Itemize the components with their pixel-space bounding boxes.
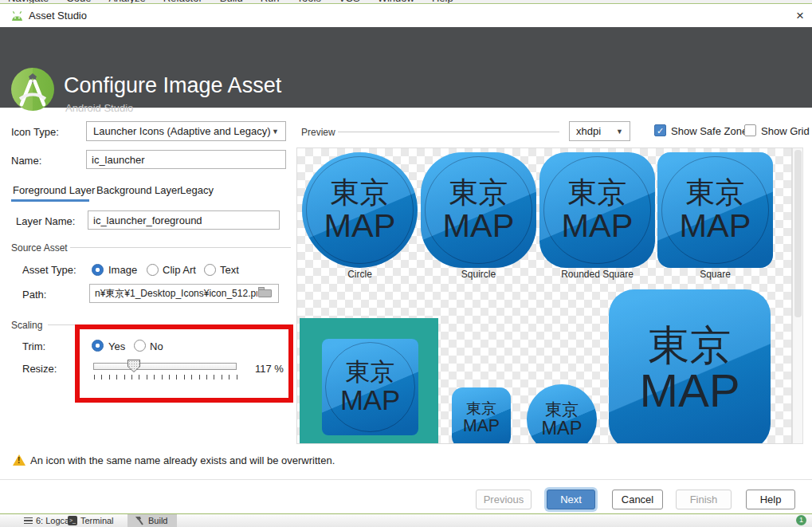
show-grid-checkbox[interactable] [744, 124, 756, 136]
wizard-title: Configure Image Asset [64, 73, 281, 98]
resize-slider-track[interactable] [93, 363, 237, 370]
asset-type-radio-clipart[interactable] [147, 264, 159, 276]
warning-message: An icon with the same name already exist… [30, 454, 335, 466]
warning-icon-exclamation: ! [18, 456, 20, 465]
trim-label: Trim: [22, 340, 45, 352]
show-grid-label: Show Grid [761, 125, 810, 137]
wizard-subtitle: Android Studio [65, 102, 133, 114]
icon-type-label: Icon Type: [11, 126, 59, 138]
trim-yes-label: Yes [108, 340, 125, 352]
help-button[interactable]: Help [746, 490, 795, 509]
density-value: xhdpi [576, 125, 601, 137]
close-icon[interactable]: × [790, 7, 810, 25]
preview-section-label: Preview [301, 127, 335, 138]
asset-type-label: Asset Type: [22, 264, 76, 276]
ide-statusbar: 6: Logcat >_ Terminal Build 1 [0, 514, 812, 527]
icon-type-dropdown[interactable]: Launcher Icons (Adaptive and Legacy) ▼ [86, 121, 286, 141]
path-label: Path: [22, 289, 46, 301]
dialog-titlebar: Asset Studio × [0, 4, 812, 27]
preview-divider [338, 132, 559, 132]
preview-icon-circle: 東京MAP [302, 152, 418, 268]
cancel-button[interactable]: Cancel [612, 490, 663, 509]
asset-type-clipart-label: Clip Art [163, 264, 196, 276]
preview-icon-squircle: 東京MAP [421, 152, 536, 268]
resize-slider-ticks [94, 375, 237, 380]
source-asset-section-label: Source Asset [11, 242, 68, 254]
wizard-header: Configure Image Asset Android Studio [0, 27, 812, 108]
chevron-down-icon: ▼ [616, 128, 623, 136]
preview-icon-rounded-square: 東京MAP [539, 152, 655, 268]
preview-canvas: 東京MAP 東京MAP 東京MAP 東京MAP Circle Squircle … [296, 147, 792, 444]
shape-label-circle: Circle [302, 269, 418, 280]
asset-type-radio-image[interactable] [92, 264, 104, 276]
previous-button[interactable]: Previous [476, 490, 532, 509]
toolwindow-build[interactable]: Build [148, 515, 167, 526]
scaling-divider [48, 324, 291, 325]
show-safe-zone-label: Show Safe Zone [671, 125, 747, 137]
path-input[interactable] [89, 284, 279, 303]
terminal-icon: >_ [68, 516, 77, 525]
name-input[interactable] [86, 150, 286, 169]
preview-icon-small-rounded: 東京MAP [452, 387, 511, 444]
source-asset-divider [70, 247, 291, 248]
next-button[interactable]: Next [547, 490, 595, 509]
layer-name-label: Layer Name: [16, 215, 75, 227]
trim-radio-no[interactable] [134, 340, 146, 352]
show-safe-zone-checkbox[interactable]: ✓ [654, 124, 666, 136]
finish-button[interactable]: Finish [676, 490, 732, 509]
preview-icon-small-circle: 東京MAP [527, 384, 597, 444]
tab-background-layer[interactable]: Background Layer [96, 184, 181, 196]
chevron-down-icon: ▼ [272, 128, 279, 136]
density-dropdown[interactable]: xhdpi ▼ [569, 121, 630, 141]
toolwindow-logcat[interactable]: 6: Logcat [36, 515, 72, 526]
asset-type-text-label: Text [220, 264, 239, 276]
preview-icon-square: 東京MAP [657, 152, 773, 268]
toolwindow-terminal[interactable]: Terminal [80, 515, 114, 526]
resize-slider-thumb[interactable] [127, 360, 140, 372]
folder-browse-icon[interactable] [258, 287, 272, 297]
android-studio-logo-icon [10, 67, 55, 112]
resize-label: Resize: [22, 363, 57, 375]
tab-legacy[interactable]: Legacy [180, 184, 214, 196]
logcat-icon [24, 517, 33, 524]
shape-label-squircle: Squircle [421, 269, 536, 280]
shape-label-rounded-square: Rounded Square [539, 269, 655, 280]
preview-icon-large-rounded: 東京MAP [609, 289, 771, 444]
notification-badge: 1 [796, 515, 806, 525]
asset-studio-dialog: Navigate Code Analyze Refactor Build Run… [0, 0, 812, 527]
preview-icon-legacy-square: 東京MAP [322, 339, 418, 435]
shape-label-square: Square [657, 269, 773, 280]
scaling-section-label: Scaling [11, 320, 42, 331]
preview-scrollbar[interactable] [792, 147, 803, 444]
button-bar-divider [0, 479, 812, 480]
trim-radio-yes[interactable] [92, 340, 104, 352]
dialog-title: Asset Studio [29, 10, 87, 22]
icon-type-value: Launcher Icons (Adaptive and Legacy) [93, 125, 271, 137]
trim-no-label: No [150, 340, 163, 352]
hammer-icon [134, 516, 144, 525]
resize-percent-value: 117 % [255, 363, 284, 375]
android-robot-icon [10, 10, 24, 22]
asset-type-image-label: Image [108, 264, 137, 276]
tab-foreground-layer[interactable]: Foreground Layer [13, 184, 95, 196]
layer-name-input[interactable] [88, 210, 280, 230]
asset-type-radio-text[interactable] [204, 264, 216, 276]
name-label: Name: [11, 155, 41, 167]
active-tab-underline [11, 199, 89, 202]
